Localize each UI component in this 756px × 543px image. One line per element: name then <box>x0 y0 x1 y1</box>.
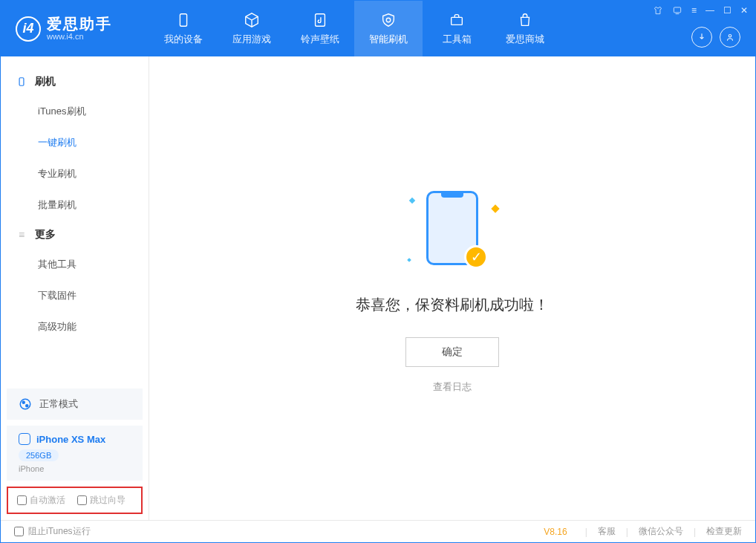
app-name: 爱思助手 <box>47 16 112 32</box>
tab-smart-flash[interactable]: 智能刷机 <box>354 1 423 56</box>
list-icon: ≡ <box>16 229 27 241</box>
svg-rect-0 <box>180 13 186 26</box>
footer-link-support[interactable]: 客服 <box>598 525 616 538</box>
tab-toolbox[interactable]: 工具箱 <box>423 1 491 56</box>
minimize-button[interactable]: — <box>706 5 714 18</box>
svg-point-8 <box>26 405 28 407</box>
checkbox-row-highlighted: 自动激活 跳过向导 <box>7 487 143 514</box>
header: i4 爱思助手 www.i4.cn 我的设备 应用游戏 铃声壁纸 智能刷机 工具… <box>1 1 755 56</box>
sidebar-section-flash: 刷机 <box>1 68 149 96</box>
footer-link-wechat[interactable]: 微信公众号 <box>639 525 683 538</box>
sidebar-item-download-firmware[interactable]: 下载固件 <box>1 280 149 311</box>
header-action-icons <box>691 27 748 48</box>
device-info[interactable]: iPhone XS Max 256GB iPhone <box>7 426 143 481</box>
checkbox-skip-guide[interactable]: 跳过向导 <box>77 494 126 507</box>
refresh-shield-icon <box>380 12 397 28</box>
briefcase-icon <box>449 12 465 28</box>
block-itunes-label: 阻止iTunes运行 <box>28 525 91 538</box>
header-right: ≡ — ☐ ✕ <box>653 1 755 56</box>
checkbox-skip-guide-input[interactable] <box>77 495 87 505</box>
tab-store[interactable]: 爱思商城 <box>491 1 559 56</box>
version-label: V8.16 <box>544 527 567 537</box>
download-button[interactable] <box>691 27 712 48</box>
svg-point-4 <box>729 35 731 38</box>
sidebar-item-itunes-flash[interactable]: iTunes刷机 <box>1 96 149 127</box>
mode-icon <box>19 397 32 411</box>
sidebar-section-more: ≡ 更多 <box>1 221 149 249</box>
mode-indicator[interactable]: 正常模式 <box>7 388 143 420</box>
close-button[interactable]: ✕ <box>740 5 748 18</box>
tab-my-device[interactable]: 我的设备 <box>149 1 218 56</box>
footer-link-update[interactable]: 检查更新 <box>706 525 742 538</box>
svg-rect-1 <box>316 13 325 26</box>
device-name-row: iPhone XS Max <box>19 433 131 445</box>
phone-icon <box>175 12 192 28</box>
checkbox-block-itunes[interactable] <box>14 527 24 536</box>
sidebar-item-pro-flash[interactable]: 专业刷机 <box>1 158 149 189</box>
view-log-link[interactable]: 查看日志 <box>433 380 472 394</box>
sidebar-item-advanced[interactable]: 高级功能 <box>1 311 149 342</box>
window-controls: ≡ — ☐ ✕ <box>653 1 748 18</box>
logo-text: 爱思助手 www.i4.cn <box>47 16 112 41</box>
svg-point-6 <box>20 399 30 409</box>
svg-rect-3 <box>674 7 680 13</box>
checkbox-auto-activate-input[interactable] <box>17 495 27 505</box>
top-tabs: 我的设备 应用游戏 铃声壁纸 智能刷机 工具箱 爱思商城 <box>149 1 559 56</box>
sparkle-icon <box>491 204 499 212</box>
body-area: 刷机 iTunes刷机 一键刷机 专业刷机 批量刷机 ≡ 更多 其他工具 下载固… <box>1 56 755 520</box>
music-file-icon <box>312 12 328 28</box>
checkmark-badge-icon: ✓ <box>464 245 488 269</box>
device-capacity: 256GB <box>19 449 59 461</box>
sparkle-icon <box>407 258 411 262</box>
shirt-icon[interactable] <box>653 5 663 18</box>
device-type: iPhone <box>19 464 131 473</box>
success-illustration: ✓ <box>421 183 483 273</box>
svg-point-7 <box>22 401 25 403</box>
phone-notch-icon <box>441 193 463 198</box>
checkbox-auto-activate[interactable]: 自动激活 <box>17 494 65 507</box>
logo-icon: i4 <box>16 16 41 42</box>
maximize-button[interactable]: ☐ <box>723 5 731 18</box>
feedback-icon[interactable] <box>672 5 682 18</box>
success-message: 恭喜您，保资料刷机成功啦！ <box>356 295 549 315</box>
menu-icon[interactable]: ≡ <box>691 5 697 18</box>
bag-icon <box>517 12 533 28</box>
svg-rect-2 <box>452 17 463 25</box>
sidebar-item-oneclick-flash[interactable]: 一键刷机 <box>1 127 149 158</box>
cube-icon <box>244 12 260 28</box>
footer-left: 阻止iTunes运行 <box>14 525 91 538</box>
device-icon <box>16 76 27 88</box>
tab-apps-games[interactable]: 应用游戏 <box>218 1 286 56</box>
logo-area: i4 爱思助手 www.i4.cn <box>1 16 149 41</box>
device-phone-icon <box>19 433 30 445</box>
sidebar-item-batch-flash[interactable]: 批量刷机 <box>1 189 149 221</box>
svg-rect-5 <box>19 78 24 86</box>
sparkle-icon <box>409 197 415 203</box>
sidebar-bottom: 正常模式 iPhone XS Max 256GB iPhone 自动激活 跳过向… <box>1 388 149 520</box>
main-content: ✓ 恭喜您，保资料刷机成功啦！ 确定 查看日志 <box>149 56 755 520</box>
tab-ringtones[interactable]: 铃声壁纸 <box>286 1 354 56</box>
footer: 阻止iTunes运行 V8.16 | 客服 | 微信公众号 | 检查更新 <box>1 520 755 542</box>
ok-button[interactable]: 确定 <box>405 337 499 367</box>
user-button[interactable] <box>720 27 740 48</box>
app-url: www.i4.cn <box>47 32 112 41</box>
footer-right: V8.16 | 客服 | 微信公众号 | 检查更新 <box>544 525 742 538</box>
sidebar-item-other-tools[interactable]: 其他工具 <box>1 249 149 280</box>
sidebar: 刷机 iTunes刷机 一键刷机 专业刷机 批量刷机 ≡ 更多 其他工具 下载固… <box>1 56 149 520</box>
